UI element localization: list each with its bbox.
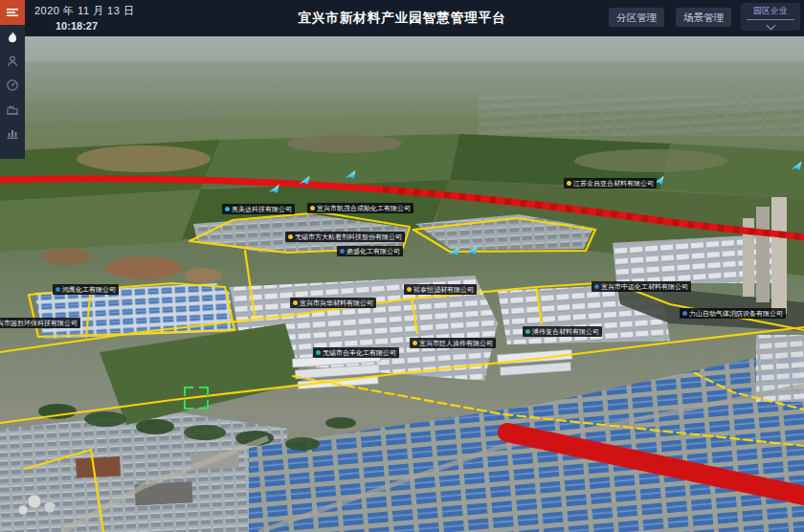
company-label[interactable]: 裕泰恒滤材有限公司 [404,284,477,295]
tool-sidebar [0,0,25,159]
map-3d-viewport[interactable]: 奥美达科技有限公司宜兴市凯茂合成釉化工有限公司无锡市方大粘着剂科技股份有限公司江… [0,36,804,532]
sidebar-item-alarm[interactable] [0,25,25,49]
selection-corner [199,387,209,396]
sidebar-item-statistics[interactable] [0,121,25,144]
menu-icon [6,6,19,19]
company-label[interactable]: 鸿鹰化工有限公司 [53,284,119,295]
menu-button[interactable] [0,0,25,25]
company-label-text: 宜兴市巨人涂件有限公司 [419,338,493,348]
selection-box [184,387,209,410]
page-title: 宜兴市新材料产业园智慧管理平台 [298,10,506,27]
company-label[interactable]: 奥美达科技有限公司 [222,204,295,214]
sidebar-item-enterprise[interactable] [0,97,25,121]
company-label[interactable]: 力山自动气体消防设备有限公司 [680,308,786,319]
company-label-text: 宜兴市中远化工材料有限公司 [601,281,688,292]
company-label[interactable]: 宜兴市中远化工材料有限公司 [592,281,691,292]
company-marker-icon [525,329,530,334]
company-marker-icon [288,234,293,239]
sidebar-item-monitor[interactable] [0,73,25,97]
company-marker-icon [407,287,412,292]
top-bar: 2020 年 11 月 13 日 10:18:27 宜兴市新材料产业园智慧管理平… [0,0,804,36]
company-label-text: 溥伟复合材料有限公司 [532,326,599,337]
company-label-text: 江苏金昌亚合材料有限公司 [573,178,654,188]
selection-corner [199,400,209,410]
company-marker-icon [225,207,230,211]
company-label[interactable]: 江苏金昌亚合材料有限公司 [564,178,657,188]
company-marker-icon [413,341,417,345]
company-label-text: 力山自动气体消防设备有限公司 [689,308,783,319]
company-label[interactable]: 宜兴市兴华材料有限公司 [290,298,376,308]
selection-corner [184,400,193,410]
time-label: 10:18:27 [56,20,134,32]
company-label-text: 无锡市合丰化工有限公司 [323,347,396,358]
smart-park-platform: 奥美达科技有限公司宜兴市凯茂合成釉化工有限公司无锡市方大粘着剂科技股份有限公司江… [0,0,804,532]
sidebar-item-personnel[interactable] [0,49,25,73]
company-label-text: 宜兴市凯茂合成釉化工有限公司 [317,203,411,213]
datetime: 2020 年 11 月 13 日 10:18:27 [34,4,134,32]
flame-icon [6,31,19,44]
company-marker-icon [340,249,345,254]
company-marker-icon [293,300,298,305]
company-label[interactable]: 鼎盛化工有限公司 [337,246,403,256]
selection-corner [184,387,193,396]
company-label[interactable]: 无锡市方大粘着剂科技股份有限公司 [285,232,405,242]
company-label-text: 鸿鹰化工有限公司 [62,284,116,295]
company-label-text: 宜兴市国胜环保科技有限公司 [0,318,78,328]
park-enterprise-dropdown[interactable]: 园区企业 [741,3,800,31]
company-marker-icon [567,181,571,186]
company-marker-icon [594,284,599,289]
company-label[interactable]: 宜兴市凯茂合成釉化工有限公司 [307,203,413,213]
company-label-text: 裕泰恒滤材有限公司 [413,284,474,295]
zone-management-button[interactable]: 分区管理 [609,8,664,27]
company-marker-icon [316,350,321,355]
company-label[interactable]: 宜兴市巨人涂件有限公司 [410,338,496,348]
scene-management-button[interactable]: 场景管理 [676,8,731,27]
chevron-down-icon [766,21,775,31]
person-icon [6,55,19,68]
gauge-icon [6,78,19,92]
company-label-text: 鼎盛化工有限公司 [346,246,400,256]
company-label[interactable]: 溥伟复合材料有限公司 [523,326,602,337]
company-marker-icon [310,206,315,211]
company-label[interactable]: 宜兴市国胜环保科技有限公司 [0,318,80,328]
dropdown-label: 园区企业 [741,6,800,17]
factory-icon [6,102,19,116]
company-label-text: 无锡市方大粘着剂科技股份有限公司 [295,232,402,242]
company-marker-icon [682,311,687,316]
company-label-text: 奥美达科技有限公司 [232,204,292,214]
date-label: 2020 年 11 月 13 日 [34,4,134,18]
company-label-text: 宜兴市兴华材料有限公司 [300,298,373,308]
company-label[interactable]: 无锡市合丰化工有限公司 [313,347,399,358]
company-marker-icon [56,287,60,292]
bar-chart-icon [6,126,19,140]
